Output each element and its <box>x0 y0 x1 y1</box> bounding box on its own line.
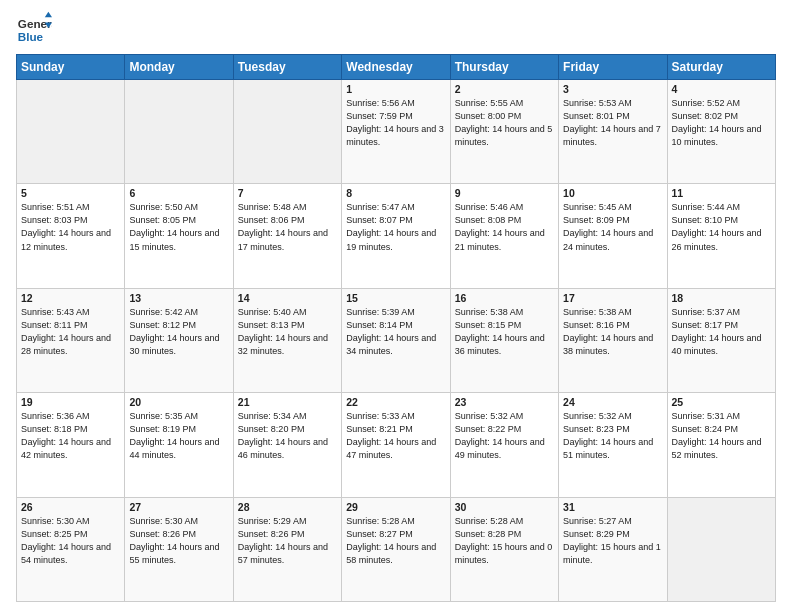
day-number: 20 <box>129 396 228 408</box>
logo-icon: General Blue <box>16 10 52 46</box>
calendar-cell: 15Sunrise: 5:39 AMSunset: 8:14 PMDayligh… <box>342 288 450 392</box>
day-number: 4 <box>672 83 771 95</box>
day-number: 5 <box>21 187 120 199</box>
calendar-cell: 2Sunrise: 5:55 AMSunset: 8:00 PMDaylight… <box>450 80 558 184</box>
day-number: 10 <box>563 187 662 199</box>
page-header: General Blue <box>16 10 776 46</box>
day-number: 18 <box>672 292 771 304</box>
day-number: 9 <box>455 187 554 199</box>
calendar-cell: 31Sunrise: 5:27 AMSunset: 8:29 PMDayligh… <box>559 497 667 601</box>
calendar-cell: 29Sunrise: 5:28 AMSunset: 8:27 PMDayligh… <box>342 497 450 601</box>
day-info: Sunrise: 5:42 AMSunset: 8:12 PMDaylight:… <box>129 306 228 358</box>
column-header-thursday: Thursday <box>450 55 558 80</box>
day-number: 21 <box>238 396 337 408</box>
day-info: Sunrise: 5:52 AMSunset: 8:02 PMDaylight:… <box>672 97 771 149</box>
calendar-cell: 10Sunrise: 5:45 AMSunset: 8:09 PMDayligh… <box>559 184 667 288</box>
calendar-cell: 4Sunrise: 5:52 AMSunset: 8:02 PMDaylight… <box>667 80 775 184</box>
calendar-cell: 17Sunrise: 5:38 AMSunset: 8:16 PMDayligh… <box>559 288 667 392</box>
day-info: Sunrise: 5:35 AMSunset: 8:19 PMDaylight:… <box>129 410 228 462</box>
calendar-cell: 23Sunrise: 5:32 AMSunset: 8:22 PMDayligh… <box>450 393 558 497</box>
calendar-cell: 5Sunrise: 5:51 AMSunset: 8:03 PMDaylight… <box>17 184 125 288</box>
column-header-wednesday: Wednesday <box>342 55 450 80</box>
day-info: Sunrise: 5:38 AMSunset: 8:16 PMDaylight:… <box>563 306 662 358</box>
day-info: Sunrise: 5:39 AMSunset: 8:14 PMDaylight:… <box>346 306 445 358</box>
calendar-cell: 8Sunrise: 5:47 AMSunset: 8:07 PMDaylight… <box>342 184 450 288</box>
day-info: Sunrise: 5:53 AMSunset: 8:01 PMDaylight:… <box>563 97 662 149</box>
day-number: 29 <box>346 501 445 513</box>
calendar-cell: 21Sunrise: 5:34 AMSunset: 8:20 PMDayligh… <box>233 393 341 497</box>
day-info: Sunrise: 5:47 AMSunset: 8:07 PMDaylight:… <box>346 201 445 253</box>
calendar-week-row: 12Sunrise: 5:43 AMSunset: 8:11 PMDayligh… <box>17 288 776 392</box>
calendar-cell: 27Sunrise: 5:30 AMSunset: 8:26 PMDayligh… <box>125 497 233 601</box>
column-header-saturday: Saturday <box>667 55 775 80</box>
day-info: Sunrise: 5:31 AMSunset: 8:24 PMDaylight:… <box>672 410 771 462</box>
day-number: 6 <box>129 187 228 199</box>
day-number: 8 <box>346 187 445 199</box>
calendar-cell: 7Sunrise: 5:48 AMSunset: 8:06 PMDaylight… <box>233 184 341 288</box>
calendar-page: General Blue SundayMondayTuesdayWednesda… <box>0 0 792 612</box>
calendar-week-row: 5Sunrise: 5:51 AMSunset: 8:03 PMDaylight… <box>17 184 776 288</box>
calendar-week-row: 26Sunrise: 5:30 AMSunset: 8:25 PMDayligh… <box>17 497 776 601</box>
day-number: 2 <box>455 83 554 95</box>
day-info: Sunrise: 5:46 AMSunset: 8:08 PMDaylight:… <box>455 201 554 253</box>
calendar-cell: 6Sunrise: 5:50 AMSunset: 8:05 PMDaylight… <box>125 184 233 288</box>
day-info: Sunrise: 5:43 AMSunset: 8:11 PMDaylight:… <box>21 306 120 358</box>
day-info: Sunrise: 5:48 AMSunset: 8:06 PMDaylight:… <box>238 201 337 253</box>
calendar-cell: 24Sunrise: 5:32 AMSunset: 8:23 PMDayligh… <box>559 393 667 497</box>
calendar-cell: 9Sunrise: 5:46 AMSunset: 8:08 PMDaylight… <box>450 184 558 288</box>
calendar-cell: 12Sunrise: 5:43 AMSunset: 8:11 PMDayligh… <box>17 288 125 392</box>
day-number: 7 <box>238 187 337 199</box>
day-number: 27 <box>129 501 228 513</box>
day-number: 13 <box>129 292 228 304</box>
calendar-cell: 1Sunrise: 5:56 AMSunset: 7:59 PMDaylight… <box>342 80 450 184</box>
calendar-cell: 13Sunrise: 5:42 AMSunset: 8:12 PMDayligh… <box>125 288 233 392</box>
calendar-cell <box>667 497 775 601</box>
calendar-cell: 25Sunrise: 5:31 AMSunset: 8:24 PMDayligh… <box>667 393 775 497</box>
calendar-cell: 3Sunrise: 5:53 AMSunset: 8:01 PMDaylight… <box>559 80 667 184</box>
calendar-cell: 30Sunrise: 5:28 AMSunset: 8:28 PMDayligh… <box>450 497 558 601</box>
column-header-sunday: Sunday <box>17 55 125 80</box>
calendar-cell: 28Sunrise: 5:29 AMSunset: 8:26 PMDayligh… <box>233 497 341 601</box>
logo: General Blue <box>16 10 52 46</box>
day-number: 1 <box>346 83 445 95</box>
day-info: Sunrise: 5:28 AMSunset: 8:28 PMDaylight:… <box>455 515 554 567</box>
day-info: Sunrise: 5:55 AMSunset: 8:00 PMDaylight:… <box>455 97 554 149</box>
svg-text:Blue: Blue <box>18 30 44 43</box>
calendar-cell: 19Sunrise: 5:36 AMSunset: 8:18 PMDayligh… <box>17 393 125 497</box>
day-number: 23 <box>455 396 554 408</box>
day-number: 14 <box>238 292 337 304</box>
calendar-cell <box>233 80 341 184</box>
day-info: Sunrise: 5:33 AMSunset: 8:21 PMDaylight:… <box>346 410 445 462</box>
calendar-cell: 16Sunrise: 5:38 AMSunset: 8:15 PMDayligh… <box>450 288 558 392</box>
day-info: Sunrise: 5:44 AMSunset: 8:10 PMDaylight:… <box>672 201 771 253</box>
day-number: 11 <box>672 187 771 199</box>
day-number: 15 <box>346 292 445 304</box>
column-header-friday: Friday <box>559 55 667 80</box>
day-number: 25 <box>672 396 771 408</box>
day-info: Sunrise: 5:38 AMSunset: 8:15 PMDaylight:… <box>455 306 554 358</box>
day-number: 26 <box>21 501 120 513</box>
day-info: Sunrise: 5:30 AMSunset: 8:25 PMDaylight:… <box>21 515 120 567</box>
day-number: 24 <box>563 396 662 408</box>
day-info: Sunrise: 5:45 AMSunset: 8:09 PMDaylight:… <box>563 201 662 253</box>
calendar-week-row: 1Sunrise: 5:56 AMSunset: 7:59 PMDaylight… <box>17 80 776 184</box>
day-number: 22 <box>346 396 445 408</box>
day-number: 31 <box>563 501 662 513</box>
day-number: 28 <box>238 501 337 513</box>
day-info: Sunrise: 5:32 AMSunset: 8:23 PMDaylight:… <box>563 410 662 462</box>
calendar-header-row: SundayMondayTuesdayWednesdayThursdayFrid… <box>17 55 776 80</box>
day-number: 3 <box>563 83 662 95</box>
day-number: 19 <box>21 396 120 408</box>
column-header-tuesday: Tuesday <box>233 55 341 80</box>
day-info: Sunrise: 5:34 AMSunset: 8:20 PMDaylight:… <box>238 410 337 462</box>
calendar-cell <box>125 80 233 184</box>
day-info: Sunrise: 5:36 AMSunset: 8:18 PMDaylight:… <box>21 410 120 462</box>
day-info: Sunrise: 5:28 AMSunset: 8:27 PMDaylight:… <box>346 515 445 567</box>
day-info: Sunrise: 5:29 AMSunset: 8:26 PMDaylight:… <box>238 515 337 567</box>
day-number: 12 <box>21 292 120 304</box>
day-number: 16 <box>455 292 554 304</box>
day-info: Sunrise: 5:40 AMSunset: 8:13 PMDaylight:… <box>238 306 337 358</box>
day-info: Sunrise: 5:32 AMSunset: 8:22 PMDaylight:… <box>455 410 554 462</box>
column-header-monday: Monday <box>125 55 233 80</box>
day-info: Sunrise: 5:56 AMSunset: 7:59 PMDaylight:… <box>346 97 445 149</box>
